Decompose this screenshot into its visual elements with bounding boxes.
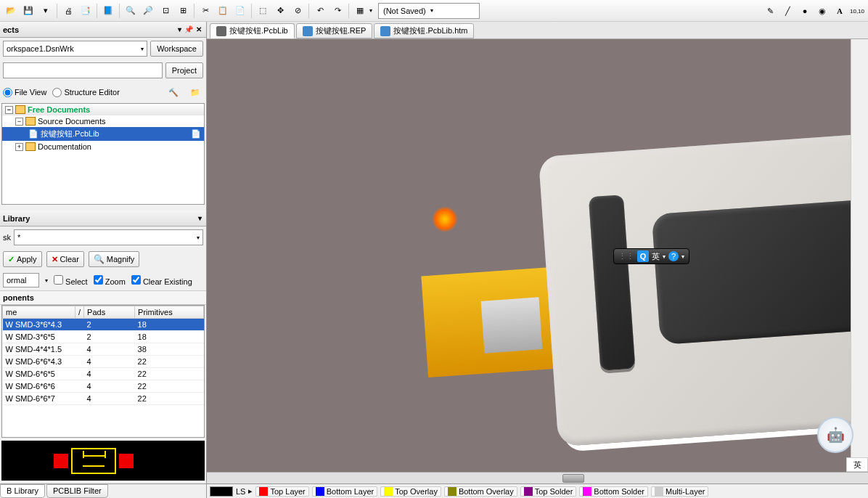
workspace-button[interactable]: Workspace bbox=[150, 41, 203, 57]
ls-label: LS bbox=[236, 487, 245, 496]
preview-icon[interactable]: 📑 bbox=[78, 3, 94, 19]
doc-tab-htm[interactable]: 按键按钮.PcbLib.htm bbox=[374, 23, 474, 38]
structure-editor-radio[interactable]: Structure Editor bbox=[52, 88, 119, 97]
layer-bottom-overlay[interactable]: Bottom Overlay bbox=[444, 486, 517, 497]
print-icon[interactable]: 🖨 bbox=[60, 3, 76, 19]
open-icon[interactable]: 📂 bbox=[3, 3, 19, 19]
view-config-dropdown[interactable]: (Not Saved) ▾ bbox=[378, 3, 480, 19]
file-view-radio[interactable]: File View bbox=[3, 88, 46, 97]
layer-bottom-solder[interactable]: Bottom Solder bbox=[579, 486, 648, 497]
pcb-3d-canvas[interactable]: ⋮⋮ Q 英▾ ?▾ 🤖 英 bbox=[207, 39, 868, 472]
layer-bottom[interactable]: Bottom Layer bbox=[312, 486, 377, 497]
select-icon[interactable]: ⬚ bbox=[255, 3, 271, 19]
doc-tab-pcblib[interactable]: 按键按钮.PcbLib bbox=[210, 23, 295, 38]
layer-top[interactable]: Top Layer bbox=[255, 486, 308, 497]
ime-toolbar[interactable]: ⋮⋮ Q 英▾ ?▾ bbox=[613, 248, 689, 264]
component-body bbox=[539, 126, 868, 446]
document-tabs: 按键按钮.PcbLib 按键按钮.REP 按键按钮.PcbLib.htm bbox=[207, 22, 868, 39]
deselect-icon[interactable]: ⊘ bbox=[290, 3, 306, 19]
table-row[interactable]: W SMD-3*6*4.3218 bbox=[3, 319, 204, 331]
table-row[interactable]: W SMD-6*6*5422 bbox=[3, 368, 204, 380]
undo-icon[interactable]: ↶ bbox=[312, 3, 328, 19]
pad-icon[interactable]: ● bbox=[797, 3, 813, 19]
table-row[interactable]: W SMD-6*6*7422 bbox=[3, 393, 204, 405]
paste-icon[interactable]: 📄 bbox=[232, 3, 248, 19]
horizontal-scrollbar[interactable] bbox=[207, 472, 868, 483]
zoom-in-icon[interactable]: 🔍 bbox=[123, 3, 139, 19]
help-icon[interactable]: ? bbox=[668, 251, 679, 261]
pcb-library-panel-header: Library ▾ bbox=[0, 211, 206, 226]
apply-button[interactable]: ✓Apply bbox=[3, 251, 42, 267]
zoom-fit-icon[interactable]: ⊡ bbox=[157, 3, 173, 19]
components-label: ponents bbox=[0, 290, 206, 305]
line-icon[interactable]: ╱ bbox=[779, 3, 795, 19]
table-row[interactable]: W SMD-6*6*6422 bbox=[3, 380, 204, 393]
mask-label: sk bbox=[3, 233, 11, 242]
mode-dropdown[interactable]: ormal bbox=[3, 273, 39, 287]
projects-panel-header: ects ▾ 📌 ✕ bbox=[0, 22, 206, 38]
tab-pcblib-filter[interactable]: PCBLIB Filter bbox=[46, 484, 108, 498]
ime-q-icon[interactable]: Q bbox=[637, 250, 649, 262]
tab-pcb-library[interactable]: B Library bbox=[0, 484, 45, 498]
clear-button[interactable]: ✕Clear bbox=[46, 251, 84, 267]
scroll-thumb[interactable] bbox=[562, 474, 584, 483]
footprint-preview bbox=[1, 441, 205, 481]
key-left bbox=[589, 195, 636, 371]
compile-icon[interactable]: 🔨 bbox=[165, 84, 181, 100]
metal-contact-left bbox=[481, 297, 543, 353]
copy-icon[interactable]: 📋 bbox=[215, 3, 231, 19]
save-icon[interactable]: 💾 bbox=[20, 3, 36, 19]
cut-icon[interactable]: ✂ bbox=[197, 3, 213, 19]
layer-multi[interactable]: Multi-Layer bbox=[651, 486, 708, 497]
right-toolbar-collapsed[interactable] bbox=[851, 39, 868, 472]
book-icon[interactable]: 📘 bbox=[100, 3, 116, 19]
magnify-button[interactable]: 🔍Magnify bbox=[89, 251, 140, 267]
mask-input[interactable]: *▾ bbox=[14, 229, 203, 245]
dropdown-icon[interactable]: ▾ bbox=[38, 3, 54, 19]
button-actuator bbox=[652, 197, 868, 345]
select-checkbox[interactable]: Select bbox=[54, 275, 88, 286]
project-dropdown[interactable] bbox=[3, 62, 163, 78]
doc-tab-rep[interactable]: 按键按钮.REP bbox=[296, 23, 373, 38]
table-row[interactable]: W SMD-6*6*4.3422 bbox=[3, 356, 204, 368]
main-toolbar: 📂 💾 ▾ 🖨 📑 📘 🔍 🔎 ⊡ ⊞ ✂ 📋 📄 ⬚ ✥ ⊘ ↶ ↷ ▦ ▾ … bbox=[0, 0, 868, 22]
table-row[interactable]: W SMD-3*6*5218 bbox=[3, 331, 204, 343]
origin-marker-icon bbox=[427, 201, 464, 238]
text-icon[interactable]: A bbox=[832, 3, 848, 19]
current-layer-swatch bbox=[210, 486, 233, 497]
project-button[interactable]: Project bbox=[165, 62, 203, 78]
pin-icon[interactable]: 📌 bbox=[184, 25, 193, 33]
chevron-down-icon[interactable]: ▾ bbox=[198, 214, 202, 222]
redo-icon[interactable]: ↷ bbox=[329, 3, 345, 19]
close-icon[interactable]: ✕ bbox=[196, 25, 202, 33]
edit-icon[interactable]: ✎ bbox=[762, 3, 778, 19]
zoom-out-icon[interactable]: 🔎 bbox=[140, 3, 156, 19]
layer-top-solder[interactable]: Top Solder bbox=[520, 486, 577, 497]
workspace-dropdown[interactable]: orkspace1.DsnWrk ▾ bbox=[3, 41, 147, 57]
dropdown-arrow-icon[interactable]: ▾ bbox=[178, 25, 181, 33]
view-config-value: (Not Saved) bbox=[383, 7, 426, 15]
panel-bottom-tabs: B Library PCBLIB Filter bbox=[0, 483, 206, 498]
table-row[interactable]: W SMD-4*4*1.5438 bbox=[3, 343, 204, 356]
clear-existing-checkbox[interactable]: Clear Existing bbox=[131, 275, 192, 286]
ime-status[interactable]: 英 bbox=[846, 457, 868, 472]
via-icon[interactable]: ◉ bbox=[814, 3, 830, 19]
project-tree[interactable]: −Free Documents −Source Documents 📄按键按钮.… bbox=[1, 103, 205, 205]
move-icon[interactable]: ✥ bbox=[272, 3, 288, 19]
left-panel: ects ▾ 📌 ✕ orkspace1.DsnWrk ▾ Workspace … bbox=[0, 22, 207, 498]
grid-icon[interactable]: ▦ bbox=[352, 3, 368, 19]
coord-icon[interactable]: 10,10 bbox=[849, 3, 865, 19]
assistant-bubble-icon[interactable]: 🤖 bbox=[817, 417, 853, 453]
layer-tabs: LS ▸ Top Layer Bottom Layer Top Overlay … bbox=[207, 483, 868, 498]
zoom-selection-icon[interactable]: ⊞ bbox=[175, 3, 191, 19]
components-table[interactable]: me / Pads Primitives W SMD-3*6*4.3218W S… bbox=[1, 305, 205, 438]
tree-file-selected[interactable]: 📄按键按钮.PcbLib📄 bbox=[2, 127, 204, 141]
editor-area: 按键按钮.PcbLib 按键按钮.REP 按键按钮.PcbLib.htm ⋮⋮ … bbox=[207, 22, 868, 498]
folder-icon[interactable]: 📁 bbox=[187, 84, 203, 100]
zoom-checkbox[interactable]: Zoom bbox=[94, 275, 126, 286]
layer-top-overlay[interactable]: Top Overlay bbox=[380, 486, 441, 497]
